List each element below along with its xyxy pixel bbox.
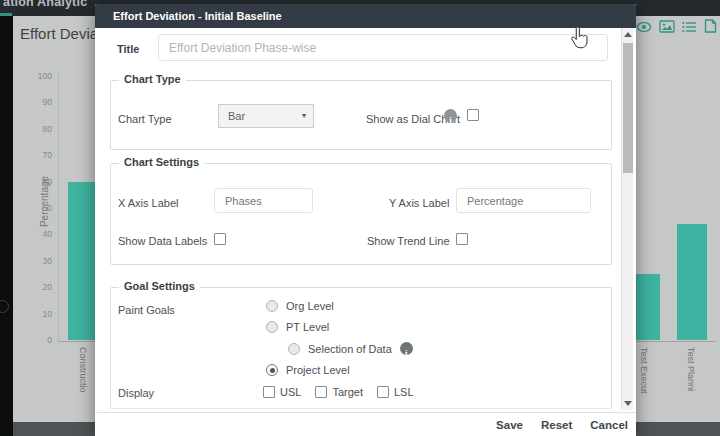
app-title-fragment: ation Analytic	[3, 0, 87, 9]
checkbox[interactable]	[263, 386, 275, 398]
sidebar-circle-icon[interactable]	[0, 300, 9, 313]
radio-button[interactable]	[288, 343, 300, 355]
chart-type-selected-value: Bar	[228, 110, 245, 122]
hand-pointer-cursor	[570, 27, 588, 53]
radio-option[interactable]: Project Level	[266, 364, 413, 377]
modal-footer: Save Reset Cancel	[95, 412, 636, 436]
radio-option[interactable]: Selection of Data	[288, 342, 413, 355]
display-option[interactable]: Target	[315, 386, 363, 398]
dial-chart-checkbox[interactable]	[467, 109, 479, 121]
scrollbar-thumb[interactable]	[623, 43, 633, 173]
chart-settings-section: Chart Settings X Axis Label Y Axis Label…	[110, 163, 612, 265]
radio-button[interactable]	[266, 300, 278, 312]
show-data-labels-label: Show Data Labels	[118, 235, 207, 247]
scroll-up-icon[interactable]	[624, 32, 632, 37]
paint-goals-options: Org LevelPT LevelSelection of DataProjec…	[266, 299, 413, 385]
screen: Percentage 1009080706050403020100Constru…	[0, 0, 720, 436]
radio-option[interactable]: Org Level	[266, 299, 413, 312]
chart-type-select[interactable]: Bar	[218, 104, 314, 128]
display-options: USLTargetLSL	[263, 386, 414, 398]
display-label: Display	[118, 387, 154, 399]
chart-type-legend: Chart Type	[119, 73, 186, 85]
eye-icon[interactable]	[636, 19, 652, 37]
dial-chart-info-icon[interactable]	[444, 109, 457, 122]
checkbox[interactable]	[377, 386, 389, 398]
checkbox[interactable]	[315, 386, 327, 398]
radio-label: Project Level	[286, 364, 350, 376]
chart-type-section: Chart Type Chart Type Bar Show as Dial C…	[110, 80, 612, 150]
y-axis-input[interactable]	[456, 188, 591, 213]
chart-card-title: Effort Devia	[20, 25, 98, 42]
file-icon[interactable]	[704, 19, 717, 37]
radio-button[interactable]	[266, 321, 278, 333]
chart-settings-legend: Chart Settings	[119, 156, 204, 168]
display-option[interactable]: LSL	[377, 386, 414, 398]
title-field-label: Title	[117, 43, 139, 55]
scroll-down-icon[interactable]	[624, 401, 632, 406]
cancel-button[interactable]: Cancel	[590, 419, 628, 431]
show-data-labels-checkbox[interactable]	[214, 233, 226, 245]
checkbox-label: LSL	[394, 386, 414, 398]
show-trend-line-checkbox[interactable]	[456, 233, 468, 245]
y-axis-label: Y Axis Label	[389, 197, 449, 209]
radio-label: Selection of Data	[308, 343, 392, 355]
show-trend-line-label: Show Trend Line	[367, 235, 450, 247]
goal-settings-legend: Goal Settings	[119, 280, 200, 292]
app-sidebar	[0, 16, 13, 436]
image-icon[interactable]	[659, 19, 675, 37]
radio-label: Org Level	[286, 300, 334, 312]
chart-type-label: Chart Type	[118, 113, 172, 125]
checkbox-label: USL	[280, 386, 301, 398]
radio-option[interactable]: PT Level	[266, 321, 413, 334]
reset-button[interactable]: Reset	[541, 419, 572, 431]
paint-goals-label: Paint Goals	[118, 304, 175, 316]
title-input[interactable]	[158, 34, 608, 61]
effort-deviation-settings-modal: Effort Deviation - Initial Baseline Titl…	[95, 4, 636, 436]
modal-title: Effort Deviation - Initial Baseline	[95, 4, 636, 28]
selection-of-data-info-icon[interactable]	[400, 342, 413, 355]
checkbox-label: Target	[332, 386, 363, 398]
list-icon[interactable]	[682, 19, 697, 37]
chart-toolbar	[636, 20, 718, 36]
modal-scrollbar[interactable]	[621, 28, 633, 410]
x-axis-input[interactable]	[214, 188, 313, 213]
radio-label: PT Level	[286, 321, 329, 333]
save-button[interactable]: Save	[496, 419, 523, 431]
x-axis-label: X Axis Label	[118, 197, 179, 209]
radio-button[interactable]	[266, 364, 278, 376]
display-option[interactable]: USL	[263, 386, 301, 398]
goal-settings-section: Goal Settings Paint Goals Org LevelPT Le…	[110, 287, 612, 409]
